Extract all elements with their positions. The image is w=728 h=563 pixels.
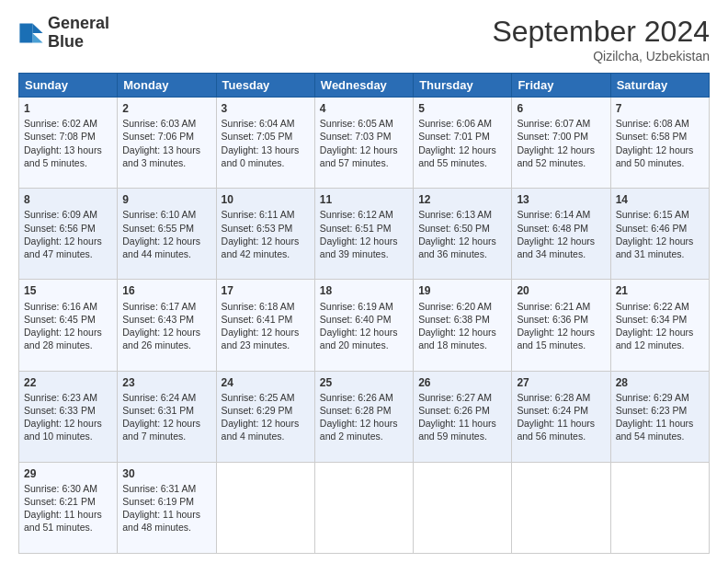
logo: General Blue: [18, 15, 109, 52]
day-number: 28: [616, 375, 704, 390]
sunset-text: Sunset: 6:19 PM: [122, 496, 194, 507]
daylight-text: Daylight: 12 hours and 57 minutes.: [320, 144, 398, 168]
col-tuesday: Tuesday: [216, 74, 314, 98]
calendar-cell: 12Sunrise: 6:13 AMSunset: 6:50 PMDayligh…: [414, 189, 512, 280]
day-number: 12: [418, 192, 506, 207]
daylight-text: Daylight: 12 hours and 50 minutes.: [616, 144, 694, 168]
sunset-text: Sunset: 6:43 PM: [122, 314, 194, 325]
daylight-text: Daylight: 13 hours and 0 minutes.: [222, 144, 300, 168]
sunset-text: Sunset: 6:34 PM: [616, 314, 688, 325]
sunrise-text: Sunrise: 6:21 AM: [517, 301, 590, 312]
calendar-cell: 27Sunrise: 6:28 AMSunset: 6:24 PMDayligh…: [512, 371, 610, 462]
day-number: 1: [24, 101, 112, 116]
daylight-text: Daylight: 12 hours and 36 minutes.: [418, 236, 496, 259]
sunrise-text: Sunrise: 6:26 AM: [320, 392, 393, 403]
sunrise-text: Sunrise: 6:07 AM: [517, 118, 590, 129]
sunrise-text: Sunrise: 6:19 AM: [320, 301, 393, 312]
sunset-text: Sunset: 6:38 PM: [418, 314, 490, 325]
calendar-cell: 4Sunrise: 6:05 AMSunset: 7:03 PMDaylight…: [314, 98, 413, 189]
sunrise-text: Sunrise: 6:09 AM: [24, 209, 97, 220]
calendar-cell: 21Sunrise: 6:22 AMSunset: 6:34 PMDayligh…: [610, 280, 709, 371]
day-number: 26: [418, 375, 506, 390]
sunrise-text: Sunrise: 6:29 AM: [616, 392, 689, 403]
sunset-text: Sunset: 7:06 PM: [122, 131, 194, 142]
daylight-text: Daylight: 11 hours and 48 minutes.: [122, 509, 200, 533]
sunrise-text: Sunrise: 6:05 AM: [320, 118, 393, 129]
sunset-text: Sunset: 6:55 PM: [122, 223, 194, 234]
calendar-cell: 29Sunrise: 6:30 AMSunset: 6:21 PMDayligh…: [19, 462, 118, 553]
calendar-cell: 11Sunrise: 6:12 AMSunset: 6:51 PMDayligh…: [314, 189, 413, 280]
day-number: 7: [616, 101, 704, 116]
location: Qizilcha, Uzbekistan: [492, 49, 710, 63]
sunset-text: Sunset: 6:48 PM: [517, 223, 588, 234]
sunset-text: Sunset: 6:23 PM: [616, 405, 688, 416]
calendar-cell: 6Sunrise: 6:07 AMSunset: 7:00 PMDaylight…: [512, 98, 610, 189]
sunrise-text: Sunrise: 6:14 AM: [517, 209, 590, 220]
calendar-cell: 22Sunrise: 6:23 AMSunset: 6:33 PMDayligh…: [19, 371, 118, 462]
day-number: 22: [24, 375, 112, 390]
sunrise-text: Sunrise: 6:06 AM: [418, 118, 492, 129]
calendar-cell: [610, 462, 709, 553]
calendar-cell: 18Sunrise: 6:19 AMSunset: 6:40 PMDayligh…: [314, 280, 413, 371]
sunset-text: Sunset: 6:56 PM: [24, 223, 96, 234]
daylight-text: Daylight: 12 hours and 18 minutes.: [418, 327, 496, 350]
day-number: 19: [418, 283, 506, 298]
calendar-cell: [512, 462, 610, 553]
calendar-cell: 23Sunrise: 6:24 AMSunset: 6:31 PMDayligh…: [118, 371, 216, 462]
sunrise-text: Sunrise: 6:30 AM: [24, 483, 97, 494]
daylight-text: Daylight: 12 hours and 26 minutes.: [122, 327, 200, 350]
col-monday: Monday: [118, 74, 216, 98]
title-block: September 2024 Qizilcha, Uzbekistan: [492, 15, 710, 63]
sunset-text: Sunset: 6:26 PM: [418, 405, 490, 416]
sunrise-text: Sunrise: 6:27 AM: [418, 392, 492, 403]
day-number: 30: [122, 466, 210, 481]
day-number: 2: [122, 101, 210, 116]
day-number: 6: [517, 101, 605, 116]
calendar-cell: 8Sunrise: 6:09 AMSunset: 6:56 PMDaylight…: [19, 189, 118, 280]
daylight-text: Daylight: 13 hours and 5 minutes.: [24, 144, 102, 168]
calendar-cell: 24Sunrise: 6:25 AMSunset: 6:29 PMDayligh…: [216, 371, 314, 462]
calendar-cell: 9Sunrise: 6:10 AMSunset: 6:55 PMDaylight…: [118, 189, 216, 280]
sunset-text: Sunset: 6:31 PM: [122, 405, 194, 416]
daylight-text: Daylight: 11 hours and 56 minutes.: [517, 418, 595, 442]
calendar-cell: 20Sunrise: 6:21 AMSunset: 6:36 PMDayligh…: [512, 280, 610, 371]
daylight-text: Daylight: 12 hours and 34 minutes.: [517, 236, 595, 259]
sunrise-text: Sunrise: 6:11 AM: [222, 209, 295, 220]
day-number: 21: [616, 283, 704, 298]
daylight-text: Daylight: 12 hours and 23 minutes.: [222, 327, 300, 350]
day-number: 15: [24, 283, 112, 298]
calendar-cell: 2Sunrise: 6:03 AMSunset: 7:06 PMDaylight…: [118, 98, 216, 189]
day-number: 25: [320, 375, 408, 390]
day-number: 24: [222, 375, 310, 390]
calendar-header-row: Sunday Monday Tuesday Wednesday Thursday…: [19, 74, 710, 98]
sunrise-text: Sunrise: 6:23 AM: [24, 392, 97, 403]
sunset-text: Sunset: 6:40 PM: [320, 314, 392, 325]
logo-icon: [18, 20, 44, 46]
daylight-text: Daylight: 13 hours and 3 minutes.: [122, 144, 200, 168]
sunrise-text: Sunrise: 6:24 AM: [122, 392, 196, 403]
day-number: 3: [222, 101, 310, 116]
day-number: 14: [616, 192, 704, 207]
day-number: 29: [24, 466, 112, 481]
calendar-cell: 7Sunrise: 6:08 AMSunset: 6:58 PMDaylight…: [610, 98, 709, 189]
calendar-cell: 30Sunrise: 6:31 AMSunset: 6:19 PMDayligh…: [118, 462, 216, 553]
calendar-cell: 15Sunrise: 6:16 AMSunset: 6:45 PMDayligh…: [19, 280, 118, 371]
calendar-cell: 10Sunrise: 6:11 AMSunset: 6:53 PMDayligh…: [216, 189, 314, 280]
calendar-cell: [414, 462, 512, 553]
col-thursday: Thursday: [414, 74, 512, 98]
day-number: 20: [517, 283, 605, 298]
daylight-text: Daylight: 12 hours and 44 minutes.: [122, 236, 200, 259]
daylight-text: Daylight: 12 hours and 47 minutes.: [24, 236, 102, 259]
calendar-week-row: 8Sunrise: 6:09 AMSunset: 6:56 PMDaylight…: [19, 189, 710, 280]
sunrise-text: Sunrise: 6:08 AM: [616, 118, 689, 129]
calendar-cell: 1Sunrise: 6:02 AMSunset: 7:08 PMDaylight…: [19, 98, 118, 189]
sunset-text: Sunset: 7:03 PM: [320, 131, 392, 142]
svg-marker-1: [32, 33, 42, 43]
page: General Blue September 2024 Qizilcha, Uz…: [0, 0, 728, 563]
calendar-cell: [216, 462, 314, 553]
sunrise-text: Sunrise: 6:15 AM: [616, 209, 689, 220]
calendar-cell: 25Sunrise: 6:26 AMSunset: 6:28 PMDayligh…: [314, 371, 413, 462]
day-number: 18: [320, 283, 408, 298]
day-number: 11: [320, 192, 408, 207]
sunrise-text: Sunrise: 6:02 AM: [24, 118, 97, 129]
